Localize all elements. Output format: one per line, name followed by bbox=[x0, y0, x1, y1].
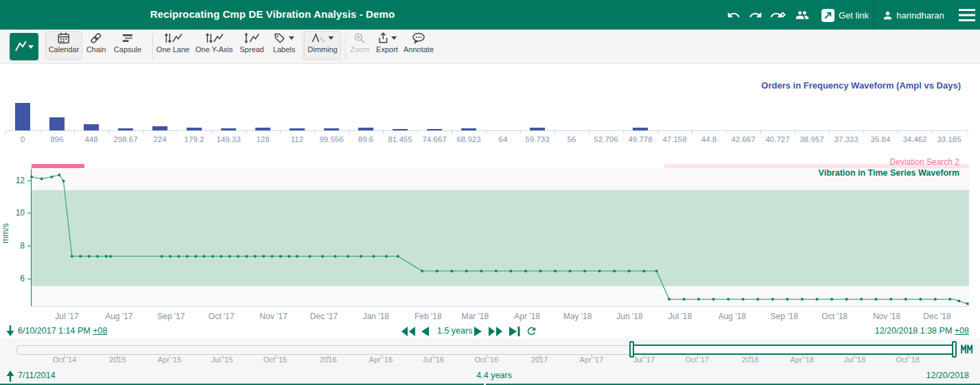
investigate-label: Jul '17 bbox=[633, 355, 655, 364]
investigate-duration[interactable]: 4.4 years bbox=[439, 371, 549, 380]
range-start[interactable]: 6/10/2017 1:14 PM +08 bbox=[18, 326, 107, 336]
range-end[interactable]: 12/20/2018 1:38 PM +08 bbox=[875, 326, 969, 336]
range-duration[interactable]: 1.5 years bbox=[437, 326, 472, 336]
investigate-selection[interactable] bbox=[632, 345, 954, 355]
investigate-end[interactable]: 12/20/2018 bbox=[926, 371, 969, 380]
investigate-label: 2017 bbox=[531, 355, 548, 364]
auto-update-icon[interactable] bbox=[961, 344, 973, 354]
investigate-label: Apr '18 bbox=[791, 355, 815, 364]
app: Reciprocating Cmp DE Vibration Analysis … bbox=[0, 0, 980, 385]
investigate-label: Apr '17 bbox=[580, 355, 604, 364]
investigate-label: Oct '17 bbox=[685, 355, 709, 364]
investigate-label: 2015 bbox=[109, 355, 126, 364]
investigate-label: Oct '14 bbox=[53, 355, 77, 364]
investigate-label: Jul '15 bbox=[211, 355, 233, 364]
investigate-label: Oct '15 bbox=[264, 355, 288, 364]
range-end-date[interactable]: 12/20/2018 1:38 PM bbox=[875, 326, 953, 336]
range-start-date[interactable]: 6/10/2017 1:14 PM bbox=[18, 326, 91, 336]
investigate-label: Oct '16 bbox=[474, 355, 498, 364]
selection-right-handle[interactable] bbox=[952, 341, 957, 358]
range-end-tz[interactable]: +08 bbox=[955, 326, 969, 336]
step-back-fast-button[interactable] bbox=[401, 327, 416, 336]
investigate-start[interactable]: 7/11/2014 bbox=[18, 371, 56, 380]
range-start-tz[interactable]: +08 bbox=[93, 326, 107, 336]
step-forward-button[interactable] bbox=[474, 327, 482, 336]
investigate-start-arrow-icon bbox=[5, 370, 15, 382]
investigate-label: Oct '18 bbox=[896, 355, 920, 364]
range-start-arrow-icon bbox=[5, 325, 15, 337]
step-forward-fast-button[interactable] bbox=[488, 327, 503, 336]
investigate-label: Apr '16 bbox=[369, 355, 393, 364]
investigate-label: 2018 bbox=[742, 355, 758, 364]
step-back-button[interactable] bbox=[421, 327, 430, 336]
refresh-button[interactable] bbox=[526, 325, 537, 337]
step-to-end-button[interactable] bbox=[509, 327, 520, 336]
investigate-label: Apr '15 bbox=[158, 355, 182, 364]
investigate-label: 2016 bbox=[320, 355, 336, 364]
investigate-label: Jul '18 bbox=[844, 355, 865, 364]
investigate-label: Jul '16 bbox=[423, 355, 444, 364]
